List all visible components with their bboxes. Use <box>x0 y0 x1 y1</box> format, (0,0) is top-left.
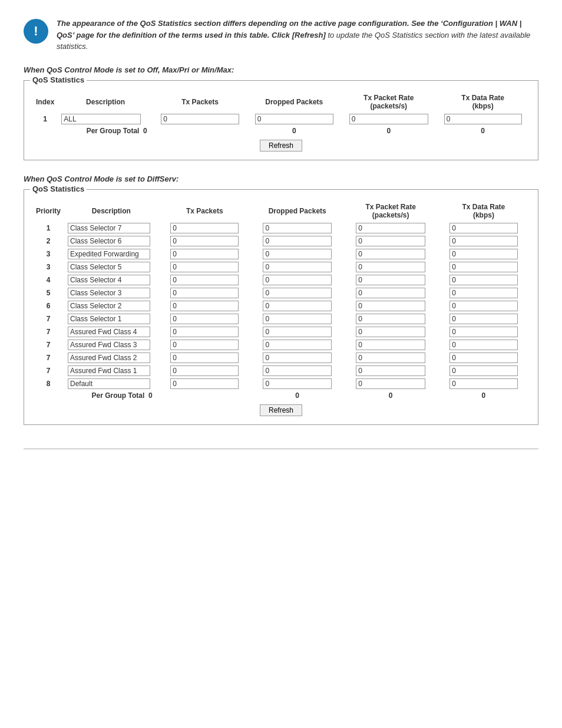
datarate-input[interactable] <box>449 378 517 389</box>
cell-dropped <box>251 351 344 364</box>
dropped-input[interactable] <box>263 378 332 389</box>
txrate-input[interactable] <box>356 288 425 298</box>
desc-input[interactable] <box>68 314 150 324</box>
txrate-input[interactable] <box>356 275 425 285</box>
cell-txrate <box>344 312 438 325</box>
cell-dropped <box>251 299 344 312</box>
cell-priority: 7 <box>32 351 64 364</box>
dropped-input[interactable] <box>263 327 332 337</box>
datarate-input[interactable] <box>449 353 517 363</box>
dropped-input[interactable] <box>263 262 332 272</box>
txrate-input[interactable] <box>356 262 425 272</box>
dropped-input[interactable] <box>263 365 332 376</box>
datarate-input[interactable] <box>449 340 517 350</box>
cell-txrate <box>344 325 438 338</box>
txrate-input[interactable] <box>356 301 425 311</box>
datarate-input[interactable] <box>449 365 517 376</box>
cell-txpkts <box>153 113 247 126</box>
desc-input[interactable] <box>68 236 150 246</box>
total-tx-2 <box>158 390 251 401</box>
txpkts-input[interactable] <box>170 353 239 363</box>
desc-input[interactable] <box>68 275 150 285</box>
datarate-input[interactable] <box>449 314 517 324</box>
txpkts-input[interactable] <box>170 288 239 298</box>
txrate-input[interactable] <box>356 236 425 246</box>
dropped-input[interactable] <box>263 288 332 298</box>
col-txpkts-2: Tx Packets <box>158 200 251 222</box>
txpkts-input[interactable] <box>170 365 239 376</box>
desc-input[interactable] <box>61 114 140 124</box>
desc-input[interactable] <box>68 249 150 259</box>
datarate-input[interactable] <box>449 262 517 272</box>
dropped-input[interactable] <box>263 223 332 233</box>
dropped-input[interactable] <box>263 249 332 259</box>
txrate-input[interactable] <box>356 353 425 363</box>
desc-input[interactable] <box>68 365 150 376</box>
txpkts-input[interactable] <box>170 223 239 233</box>
txrate-input[interactable] <box>356 314 425 324</box>
txrate-input[interactable] <box>356 340 425 350</box>
cell-txrate <box>344 364 438 377</box>
txpkts-input[interactable] <box>170 378 239 389</box>
dropped-input[interactable] <box>263 236 332 246</box>
datarate-input[interactable] <box>444 114 522 124</box>
cell-datarate <box>438 222 530 235</box>
dropped-input[interactable] <box>263 353 332 363</box>
desc-input[interactable] <box>68 353 150 363</box>
desc-input[interactable] <box>68 262 150 272</box>
dropped-input[interactable] <box>263 314 332 324</box>
total-dropped-1: 0 <box>247 126 341 136</box>
txpkts-input[interactable] <box>170 327 239 337</box>
txpkts-input[interactable] <box>170 262 239 272</box>
txrate-input[interactable] <box>356 249 425 259</box>
refresh-button-2[interactable]: Refresh <box>260 404 302 416</box>
desc-input[interactable] <box>68 301 150 311</box>
table-row: 4 <box>32 274 530 286</box>
txpkts-input[interactable] <box>170 249 239 259</box>
desc-input[interactable] <box>68 378 150 389</box>
table-row: 6 <box>32 299 530 312</box>
txpkts-input[interactable] <box>170 275 239 285</box>
total-row-2: Per Group Total 0 0 0 0 <box>32 390 530 401</box>
txpkts-input[interactable] <box>170 301 239 311</box>
datarate-input[interactable] <box>449 249 517 259</box>
datarate-input[interactable] <box>449 223 517 233</box>
dropped-input[interactable] <box>263 340 332 350</box>
txrate-input[interactable] <box>356 378 425 389</box>
cell-datarate <box>438 248 530 261</box>
table-row: 1 <box>32 113 530 126</box>
dropped-input[interactable] <box>255 114 333 124</box>
datarate-input[interactable] <box>449 301 517 311</box>
refresh-button-1[interactable]: Refresh <box>260 140 302 151</box>
col-txrate-1: Tx Packet Rate(packets/s) <box>341 91 436 113</box>
cell-txrate <box>344 351 438 364</box>
dropped-input[interactable] <box>263 301 332 311</box>
txrate-input[interactable] <box>356 327 425 337</box>
txpkts-input[interactable] <box>170 314 239 324</box>
cell-txpkts <box>158 312 251 325</box>
cell-dropped <box>251 261 344 274</box>
cell-txpkts <box>158 377 251 390</box>
desc-input[interactable] <box>68 223 150 233</box>
total-tx-1 <box>153 126 247 136</box>
notice-text: The appearance of the QoS Statistics sec… <box>57 18 538 52</box>
datarate-input[interactable] <box>449 327 517 337</box>
datarate-input[interactable] <box>449 236 517 246</box>
cell-dropped <box>247 113 341 126</box>
txpkts-input[interactable] <box>170 340 239 350</box>
txrate-input[interactable] <box>356 223 425 233</box>
desc-input[interactable] <box>68 288 150 298</box>
txpkts-input[interactable] <box>170 236 239 246</box>
desc-input[interactable] <box>68 340 150 350</box>
txpkts-input[interactable] <box>161 114 239 124</box>
refresh-row-2: Refresh <box>32 401 530 416</box>
datarate-input[interactable] <box>449 288 517 298</box>
txrate-input[interactable] <box>356 365 425 376</box>
dropped-input[interactable] <box>263 275 332 285</box>
txrate-input[interactable] <box>349 114 428 124</box>
cell-txpkts <box>158 235 251 248</box>
desc-input[interactable] <box>68 327 150 337</box>
cell-priority: 7 <box>32 312 64 325</box>
qos-box-2: QoS Statistics Priority Description Tx P… <box>24 189 538 425</box>
datarate-input[interactable] <box>449 275 517 285</box>
